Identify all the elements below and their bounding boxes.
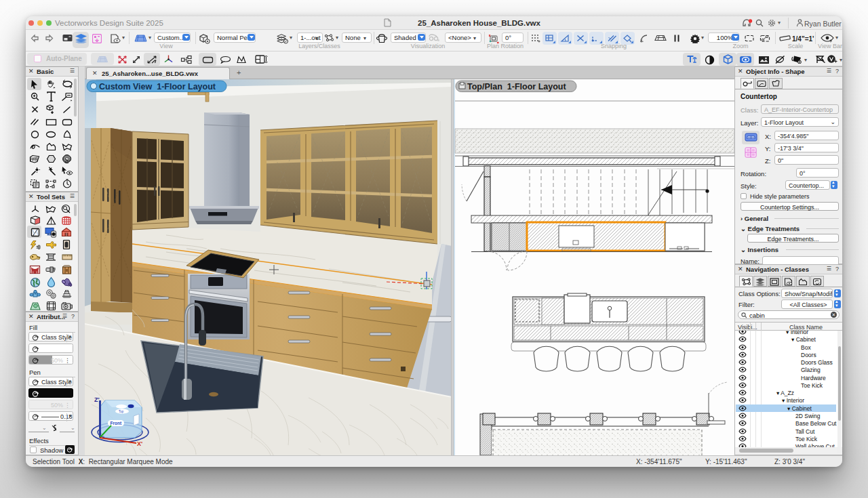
svg-text:Custom View 1-Floor Layout: Custom View 1-Floor Layout	[99, 82, 216, 91]
svg-text:X': X'	[137, 440, 142, 447]
svg-text:Top/Plan 1-Floor Layout: Top/Plan 1-Floor Layout	[467, 82, 566, 91]
svg-text:Z': Z'	[94, 396, 100, 403]
svg-text:Front: Front	[111, 421, 122, 426]
svg-text:Top: Top	[119, 410, 124, 413]
